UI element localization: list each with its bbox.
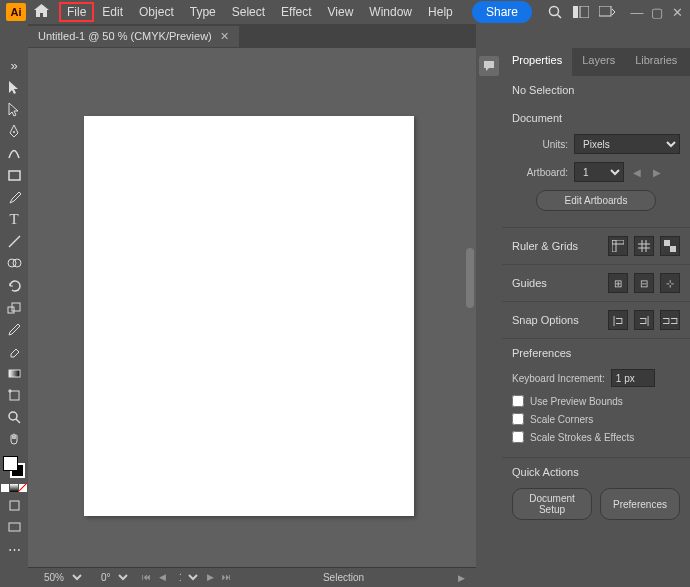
rectangle-tool-icon[interactable] xyxy=(3,166,25,184)
search-icon[interactable] xyxy=(544,1,566,23)
snap-grid-icon[interactable]: ⊐⊐ xyxy=(660,310,680,330)
svg-line-7 xyxy=(9,236,20,247)
prev-artboard-btn[interactable]: ◀ xyxy=(630,163,644,181)
edit-artboards-button[interactable]: Edit Artboards xyxy=(536,190,656,211)
document-section-title: Document xyxy=(512,112,680,124)
artboard-select[interactable]: 1 xyxy=(574,162,624,182)
svg-rect-4 xyxy=(599,6,611,16)
canvas-viewport[interactable] xyxy=(28,48,476,567)
last-artboard-icon[interactable]: ⏭ xyxy=(219,570,233,584)
snap-options-label: Snap Options xyxy=(512,314,579,326)
next-artboard-icon[interactable]: ▶ xyxy=(203,570,217,584)
vertical-scrollbar[interactable] xyxy=(466,248,474,308)
paintbrush-tool-icon[interactable] xyxy=(3,188,25,206)
expand-toolbar-icon[interactable]: » xyxy=(3,56,25,74)
svg-rect-3 xyxy=(580,6,589,18)
minimize-icon[interactable]: — xyxy=(630,5,644,19)
close-icon[interactable]: ✕ xyxy=(670,5,684,19)
snap-point-icon[interactable]: ⊐| xyxy=(634,310,654,330)
artboard-tool-icon[interactable] xyxy=(3,386,25,404)
app-logo: Ai xyxy=(6,3,26,21)
workspace-icon[interactable] xyxy=(596,1,618,23)
tab-close-icon[interactable]: ✕ xyxy=(220,30,229,43)
guides-section: Guides ⊞ ⊟ ⊹ xyxy=(502,265,690,302)
scale-tool-icon[interactable] xyxy=(3,298,25,316)
zoom-select[interactable]: 50% xyxy=(36,570,85,585)
pen-tool-icon[interactable] xyxy=(3,122,25,140)
curvature-tool-icon[interactable] xyxy=(3,144,25,162)
menu-window[interactable]: Window xyxy=(361,2,420,22)
zoom-tool-icon[interactable] xyxy=(3,408,25,426)
ruler-grids-label: Ruler & Grids xyxy=(512,240,578,252)
svg-point-9 xyxy=(13,259,21,267)
svg-point-16 xyxy=(9,412,17,420)
menu-type[interactable]: Type xyxy=(182,2,224,22)
next-artboard-btn[interactable]: ▶ xyxy=(650,163,664,181)
svg-line-1 xyxy=(558,15,562,19)
fill-swatch[interactable] xyxy=(3,456,18,471)
menu-object[interactable]: Object xyxy=(131,2,182,22)
hand-tool-icon[interactable] xyxy=(3,430,25,448)
color-box[interactable] xyxy=(1,484,9,492)
menu-file[interactable]: File xyxy=(59,2,94,22)
color-mode-row xyxy=(1,484,27,492)
menu-effect[interactable]: Effect xyxy=(273,2,319,22)
document-setup-button[interactable]: Document Setup xyxy=(512,488,592,520)
status-menu-icon[interactable]: ▶ xyxy=(454,571,468,585)
rotate-tool-icon[interactable] xyxy=(3,276,25,294)
menubar: Ai File Edit Object Type Select Effect V… xyxy=(0,0,690,24)
shape-builder-tool-icon[interactable] xyxy=(3,254,25,272)
transparency-grid-icon[interactable] xyxy=(660,236,680,256)
draw-mode-icon[interactable] xyxy=(3,496,25,514)
tab-properties[interactable]: Properties xyxy=(502,48,572,76)
svg-rect-10 xyxy=(8,307,14,313)
keyboard-increment-label: Keyboard Increment: xyxy=(512,373,605,384)
rotation-select[interactable]: 0° xyxy=(93,570,131,585)
prev-artboard-icon[interactable]: ◀ xyxy=(155,570,169,584)
screen-mode-icon[interactable] xyxy=(3,518,25,536)
preferences-button[interactable]: Preferences xyxy=(600,488,680,520)
menu-edit[interactable]: Edit xyxy=(94,2,131,22)
artboard-label: Artboard: xyxy=(512,167,568,178)
lock-guides-icon[interactable]: ⊟ xyxy=(634,273,654,293)
tab-libraries[interactable]: Libraries xyxy=(625,48,687,76)
gradient-box[interactable] xyxy=(10,484,18,492)
eyedropper-tool-icon[interactable] xyxy=(3,320,25,338)
keyboard-increment-input[interactable] xyxy=(611,369,655,387)
units-select[interactable]: Pixels xyxy=(574,134,680,154)
type-tool-icon[interactable]: T xyxy=(3,210,25,228)
menu-view[interactable]: View xyxy=(320,2,362,22)
document-tab[interactable]: Untitled-1 @ 50 % (CMYK/Preview) ✕ xyxy=(28,26,239,47)
arrange-icon[interactable] xyxy=(570,1,592,23)
home-icon[interactable] xyxy=(34,4,49,20)
ruler-icon[interactable] xyxy=(608,236,628,256)
grid-icon[interactable] xyxy=(634,236,654,256)
gradient-tool-icon[interactable] xyxy=(3,364,25,382)
menu-select[interactable]: Select xyxy=(224,2,273,22)
share-button[interactable]: Share xyxy=(472,1,532,23)
maximize-icon[interactable]: ▢ xyxy=(650,5,664,19)
selection-tool-icon[interactable] xyxy=(3,78,25,96)
menu-help[interactable]: Help xyxy=(420,2,461,22)
statusbar: 50% 0° ⏮ ◀ 1 ▶ ⏭ Selection ▶ xyxy=(28,567,476,587)
scale-strokes-checkbox[interactable]: Scale Strokes & Effects xyxy=(512,431,680,443)
fill-stroke-swatch[interactable] xyxy=(3,456,25,478)
edit-toolbar-icon[interactable]: ⋯ xyxy=(3,540,25,558)
eraser-tool-icon[interactable] xyxy=(3,342,25,360)
properties-panel: Properties Layers Libraries No Selection… xyxy=(502,48,690,587)
show-guides-icon[interactable]: ⊞ xyxy=(608,273,628,293)
smart-guides-icon[interactable]: ⊹ xyxy=(660,273,680,293)
comments-panel-icon[interactable] xyxy=(479,56,499,76)
artboard[interactable] xyxy=(84,116,414,516)
none-box[interactable] xyxy=(19,484,27,492)
scale-corners-checkbox[interactable]: Scale Corners xyxy=(512,413,680,425)
tab-layers[interactable]: Layers xyxy=(572,48,625,76)
first-artboard-icon[interactable]: ⏮ xyxy=(139,570,153,584)
line-tool-icon[interactable] xyxy=(3,232,25,250)
canvas-area: 50% 0° ⏮ ◀ 1 ▶ ⏭ Selection ▶ xyxy=(28,48,476,587)
preview-bounds-checkbox[interactable]: Use Preview Bounds xyxy=(512,395,680,407)
svg-rect-13 xyxy=(10,391,19,400)
snap-pixel-icon[interactable]: |⊐ xyxy=(608,310,628,330)
artboard-number-select[interactable]: 1 xyxy=(171,570,201,585)
direct-selection-tool-icon[interactable] xyxy=(3,100,25,118)
